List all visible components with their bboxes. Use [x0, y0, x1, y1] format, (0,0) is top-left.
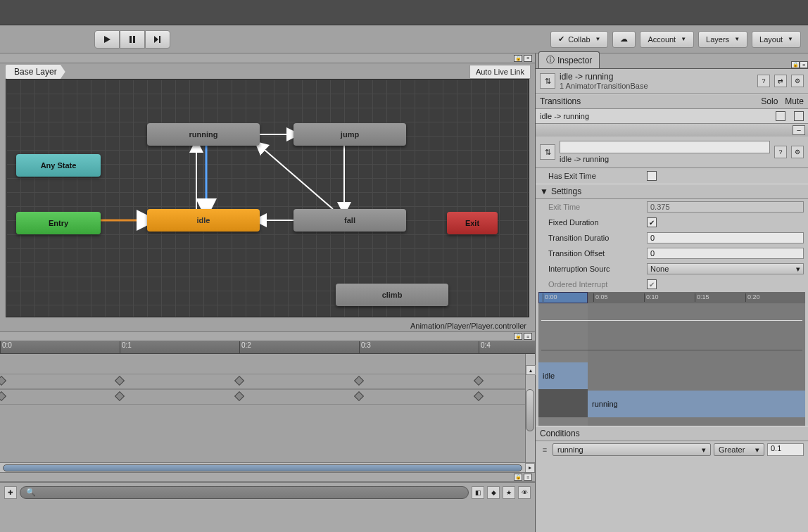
chevron-updown-icon: ▾	[796, 265, 800, 274]
preset-icon[interactable]: ⇄	[774, 75, 787, 87]
step-button[interactable]	[145, 30, 170, 49]
key-row[interactable]	[0, 374, 528, 389]
timeline-body[interactable]: ▴	[0, 354, 535, 462]
filter-label-icon[interactable]: ◆	[487, 486, 500, 499]
create-icon[interactable]: ✚	[4, 486, 17, 499]
interruption-source-dropdown[interactable]: None▾	[647, 263, 804, 274]
account-button[interactable]: Account▼	[640, 31, 694, 48]
exit-time-field[interactable]: 0.375	[647, 201, 804, 213]
menu-icon[interactable]: ≡	[524, 333, 532, 340]
keyframe[interactable]	[354, 376, 364, 386]
keyframe[interactable]	[115, 376, 125, 386]
timeline-ruler[interactable]: 0:0 0:1 0:2 0:3 0:4	[0, 341, 535, 354]
menu-icon[interactable]: ≡	[524, 474, 532, 481]
transition-title: idle -> running	[560, 72, 753, 82]
key-row[interactable]	[0, 389, 528, 405]
transition-offset-field[interactable]: 0	[647, 248, 804, 259]
lock-icon[interactable]: 🔒	[514, 474, 522, 481]
h-scroll[interactable]: ▸	[0, 462, 535, 472]
h-scroll-thumb[interactable]	[3, 464, 522, 471]
remove-button[interactable]: −	[793, 125, 805, 135]
filter-type-icon[interactable]: ◧	[472, 486, 484, 499]
tab-inspector[interactable]: ⓘInspector	[538, 51, 600, 68]
hidden-icon[interactable]: 👁	[518, 486, 531, 499]
svg-rect-2	[133, 36, 135, 43]
keyframe[interactable]	[354, 391, 364, 401]
chevron-down-icon: ▼	[540, 186, 548, 196]
pv-tick: 0:20	[745, 293, 760, 302]
transition-subtitle: 1 AnimatorTransitionBase	[560, 82, 753, 90]
keyframe[interactable]	[115, 391, 125, 401]
v-scroll[interactable]: ▴	[525, 354, 535, 462]
help-icon[interactable]: ?	[757, 75, 770, 87]
transition-duration-field[interactable]: 0	[647, 232, 804, 243]
node-idle[interactable]: idle	[147, 209, 260, 232]
gear-icon[interactable]: ⚙	[791, 146, 804, 158]
transition-preview[interactable]: 0:00 0:05 0:10 0:15 0:20 idle running	[538, 292, 805, 426]
keyframe[interactable]	[0, 391, 6, 401]
node-entry[interactable]: Entry	[16, 212, 101, 234]
gear-icon[interactable]: ⚙	[791, 75, 804, 87]
node-jump[interactable]: jump	[293, 123, 406, 146]
has-exit-time-checkbox[interactable]	[647, 171, 657, 181]
drag-handle-icon[interactable]: ≡	[540, 445, 550, 455]
collab-button[interactable]: ✔Collab▼	[550, 31, 608, 48]
node-climb[interactable]: climb	[336, 284, 448, 306]
condition-value-field[interactable]: 0.1	[767, 443, 804, 456]
tick: 0:4	[479, 341, 491, 353]
pause-button[interactable]	[120, 30, 145, 49]
scroll-right-icon[interactable]: ▸	[525, 463, 535, 473]
node-exit[interactable]: Exit	[447, 212, 498, 234]
settings-header[interactable]: ▼Settings	[536, 184, 808, 199]
svg-marker-3	[154, 36, 158, 43]
keyframe[interactable]	[234, 376, 244, 386]
layers-label: Layers	[706, 35, 729, 44]
svg-line-12	[260, 146, 333, 209]
scroll-up-icon[interactable]: ▴	[526, 365, 536, 375]
layout-button[interactable]: Layout▼	[752, 31, 801, 48]
node-running[interactable]: running	[147, 123, 260, 146]
scroll-thumb[interactable]	[526, 389, 534, 431]
solo-checkbox[interactable]	[776, 111, 785, 121]
fixed-duration-checkbox[interactable]: ✔	[647, 217, 657, 227]
breadcrumb[interactable]: Base Layer	[6, 65, 65, 79]
clip-gap	[538, 389, 588, 417]
ordered-interrupt-checkbox[interactable]: ✔	[647, 279, 657, 289]
node-any-state[interactable]: Any State	[16, 154, 101, 177]
transition-list-item[interactable]: idle -> running	[536, 109, 808, 124]
help-icon[interactable]: ?	[774, 146, 787, 158]
keyframe[interactable]	[474, 376, 484, 386]
layers-button[interactable]: Layers▼	[698, 31, 747, 48]
info-icon: ⓘ	[546, 54, 555, 66]
play-button[interactable]	[94, 30, 120, 49]
divider	[541, 350, 802, 350]
lock-icon[interactable]: 🔒	[514, 333, 522, 340]
search-input[interactable]: 🔍	[20, 486, 469, 499]
condition-comparison-dropdown[interactable]: Greater▾	[714, 443, 764, 456]
cloud-icon: ☁	[620, 34, 628, 44]
menu-bar	[0, 0, 808, 25]
keyframe[interactable]	[474, 391, 484, 401]
svg-marker-0	[104, 36, 111, 43]
keyframe[interactable]	[0, 376, 6, 386]
animator-graph[interactable]: 🔒 ≡ Base Layer Auto Live Link Any State …	[0, 53, 535, 331]
favorite-icon[interactable]: ★	[503, 486, 515, 499]
mute-checkbox[interactable]	[794, 111, 804, 121]
menu-icon[interactable]: ≡	[800, 61, 808, 68]
conditions-header: Conditions	[536, 426, 808, 441]
clip-running[interactable]: running	[588, 391, 805, 417]
clip-idle[interactable]: idle	[538, 362, 588, 389]
panel-strip-2: 🔒 ≡	[0, 331, 535, 341]
lock-icon[interactable]: 🔒	[514, 55, 522, 62]
auto-live-link[interactable]: Auto Live Link	[469, 65, 531, 79]
node-fall[interactable]: fall	[293, 209, 406, 232]
keyframe[interactable]	[234, 391, 244, 401]
has-exit-time-row: Has Exit Time	[536, 168, 808, 184]
panel-strip: 🔒 ≡	[0, 53, 535, 63]
condition-param-dropdown[interactable]: running▾	[553, 443, 711, 456]
cloud-button[interactable]: ☁	[612, 31, 636, 48]
lock-icon[interactable]: 🔒	[791, 61, 800, 68]
transition-name-field[interactable]	[560, 141, 770, 153]
menu-icon[interactable]: ≡	[524, 55, 532, 62]
animation-timeline[interactable]: 🔒 ≡ 0:0 0:1 0:2 0:3 0:4	[0, 331, 535, 472]
